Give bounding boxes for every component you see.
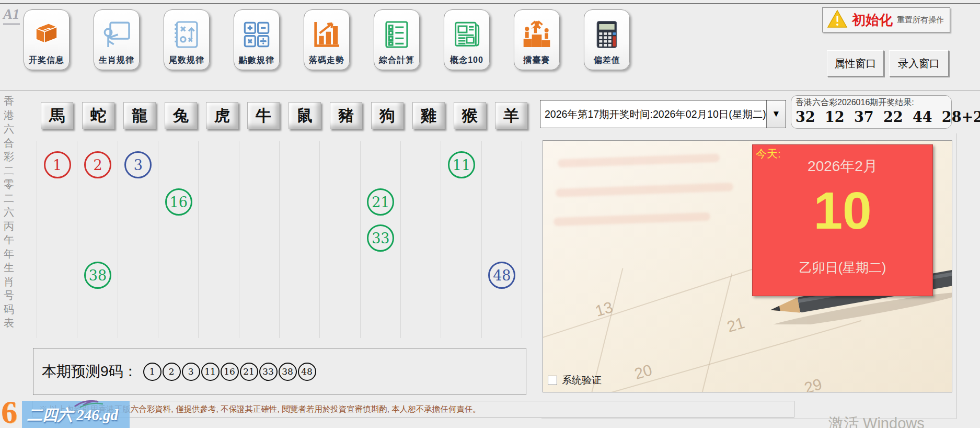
tab-pig[interactable]: 豬	[330, 102, 362, 129]
calendar-bg-line	[700, 273, 732, 392]
vertical-title-char: 丙	[3, 219, 15, 233]
vertical-title-char: 香	[3, 94, 15, 108]
toolbar-button-label: 尾数规律	[169, 55, 204, 66]
grid-column	[199, 141, 239, 338]
toolbar-divider	[0, 90, 980, 91]
bar-chart-icon	[310, 14, 343, 55]
watermark-text: 二四六 246.gd	[27, 405, 118, 426]
vertical-title-char: 零	[3, 177, 15, 192]
grid-number-1: 1	[44, 151, 71, 178]
toolbar-button-label: 落碼走勢	[309, 55, 344, 66]
period-dropdown[interactable]: 2026年第17期开奖时间:2026年02月10日(星期二) ▼	[540, 100, 786, 128]
today-card: 今天: 2026年2月 10 乙卯日(星期二)	[752, 144, 933, 296]
books-icon	[30, 14, 63, 55]
vertical-title-char: 年	[3, 247, 15, 261]
grid-column	[482, 141, 522, 338]
toolbar-button-trend[interactable]: 落碼走勢	[304, 9, 350, 70]
tab-rooster[interactable]: 雞	[412, 102, 445, 129]
grid-number-48: 48	[488, 262, 515, 289]
system-verify-control[interactable]: 系统验证	[548, 374, 602, 387]
grid-number-38: 38	[84, 262, 111, 289]
entry-window-button[interactable]: 录入窗口	[889, 50, 949, 76]
vertical-title-char: 生	[3, 261, 15, 275]
init-button[interactable]: 初始化 重置所有操作	[822, 7, 950, 32]
vertical-title-char: 号	[3, 288, 15, 302]
zodiac-tab-row: 馬 蛇 龍 兔 虎 牛 鼠 豬 狗 雞 猴 羊	[41, 102, 527, 129]
prediction-number-33: 33	[259, 363, 278, 381]
latest-result-numbers: 32 12 37 22 44 28+20	[795, 109, 947, 125]
toolbar-button-label: 偏差值	[594, 55, 620, 66]
disclaimer-bar: ※ 以上內容引用香港正版六合彩資料, 僅提供參考, 不保證其正確性, 閱覽者若用…	[32, 401, 794, 418]
tab-ox[interactable]: 牛	[247, 102, 280, 129]
tab-horse[interactable]: 馬	[41, 102, 73, 129]
watermark-logo-6: 6	[1, 393, 17, 428]
calendar-bg-smudge	[554, 212, 710, 226]
grid-number-3: 3	[124, 151, 152, 178]
system-verify-checkbox[interactable]	[548, 376, 557, 385]
toolbar-button-deviation[interactable]: 偏差值	[584, 9, 630, 70]
calculator-icon	[590, 14, 624, 55]
period-dropdown-value: 2026年第17期开奖时间:2026年02月10日(星期二)	[540, 100, 766, 128]
grid-number-33: 33	[367, 224, 394, 252]
calendar-bg-number: 13	[593, 298, 615, 320]
toolbar-button-arena[interactable]: 擂臺賽	[514, 9, 560, 70]
tab-rat[interactable]: 鼠	[289, 102, 321, 129]
grid-column	[320, 141, 360, 338]
prediction-number-3: 3	[182, 363, 200, 381]
toolbar-button-draw-info[interactable]: 开奖信息	[24, 9, 70, 70]
prediction-number-2: 2	[163, 363, 181, 381]
vertical-title-char: 二	[3, 164, 15, 178]
vertical-title-char: 合	[3, 136, 15, 150]
toolbar-button-tail-rule[interactable]: 尾数规律	[164, 9, 210, 70]
today-month: 2026年2月	[753, 156, 932, 176]
left-vertical-title: 香港六合彩二零二六丙午年生肖号码表	[3, 94, 15, 330]
presenter-icon	[100, 14, 133, 55]
prediction-number-16: 16	[221, 363, 239, 381]
toolbar-button-label: 生肖规律	[99, 55, 134, 66]
tab-dog[interactable]: 狗	[371, 102, 403, 129]
vertical-title-char: 二	[3, 192, 15, 206]
tab-snake[interactable]: 蛇	[82, 102, 114, 129]
today-day: 10	[753, 181, 932, 241]
prediction-box: 本期预测9码： 123111621333848	[33, 348, 526, 395]
tab-goat[interactable]: 羊	[495, 102, 527, 129]
app-window: A1 香港六合彩二零二六丙午年生肖号码表 开奖信息 生	[0, 0, 980, 428]
grid-column	[239, 141, 280, 338]
zodiac-number-grid: 123161121333848	[37, 141, 522, 338]
prediction-number-1: 1	[143, 363, 162, 381]
window-top-border	[0, 3, 980, 4]
prediction-number-11: 11	[201, 363, 220, 381]
toolbar-button-label: 概念100	[450, 55, 483, 66]
calendar-bg-smudge	[558, 154, 720, 168]
calendar-panel: 13 20 21 22 29 今天: 2026年2月 10 乙卯日(星期二)	[543, 140, 952, 392]
grid-column	[401, 141, 441, 338]
prediction-numbers: 123111621333848	[143, 363, 317, 381]
vertical-title-char: 港	[3, 108, 15, 122]
prediction-number-38: 38	[279, 363, 297, 381]
tab-tiger[interactable]: 虎	[206, 102, 238, 129]
toolbar-button-zodiac-rule[interactable]: 生肖规律	[94, 9, 140, 70]
grid-column	[158, 141, 199, 338]
toolbar-button-concept100[interactable]: 概念100	[444, 9, 490, 70]
today-day-detail: 乙卯日(星期二)	[753, 259, 932, 276]
property-window-button[interactable]: 属性窗口	[827, 50, 884, 76]
grid-number-16: 16	[165, 188, 192, 216]
tab-dragon[interactable]: 龍	[123, 102, 156, 129]
grid-column	[280, 141, 320, 338]
prediction-label: 本期预测9码：	[42, 362, 138, 381]
toolbar-button-composite[interactable]: 綜合計算	[374, 9, 420, 70]
grid-number-21: 21	[367, 188, 394, 216]
system-verify-label: 系统验证	[562, 374, 602, 387]
checklist-icon	[380, 14, 413, 55]
newspaper-icon	[450, 14, 483, 55]
vertical-title-char: 午	[3, 233, 15, 247]
tab-rabbit[interactable]: 兔	[165, 102, 197, 129]
toolbar-button-point-rule[interactable]: 點數規律	[234, 9, 280, 70]
init-button-sublabel: 重置所有操作	[897, 15, 944, 25]
calendar-bg-number: 29	[802, 375, 824, 392]
dropdown-arrow-icon[interactable]: ▼	[766, 100, 786, 128]
prediction-number-48: 48	[298, 363, 316, 381]
tab-monkey[interactable]: 猴	[454, 102, 486, 129]
prediction-number-21: 21	[240, 363, 258, 381]
init-button-label: 初始化	[852, 11, 893, 29]
